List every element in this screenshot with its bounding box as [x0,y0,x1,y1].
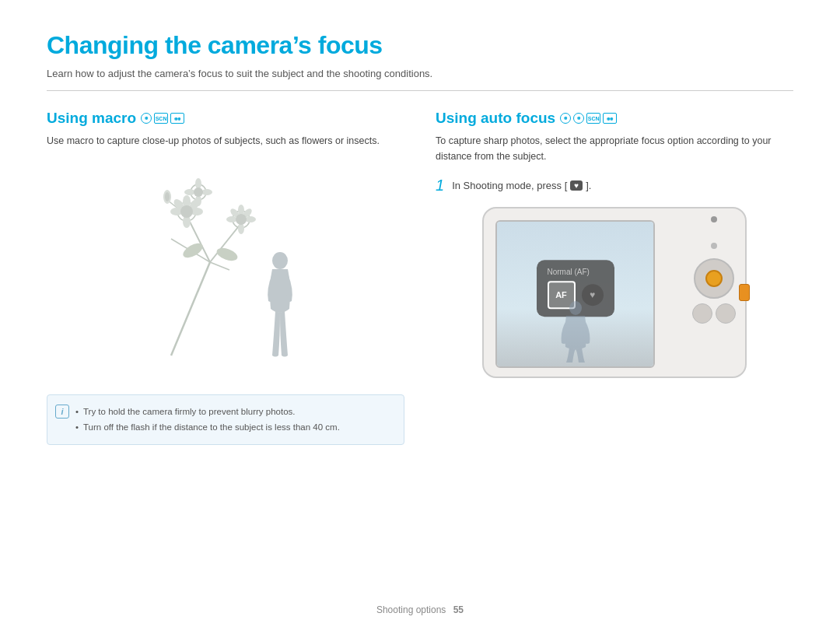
page-footer: Shooting options 55 [0,604,840,615]
footer-label: Shooting options [376,604,446,615]
auto-focus-title: Using auto focus ⎈ ⎈ SCN ⎈⎈ [436,110,793,127]
auto-focus-section: Using auto focus ⎈ ⎈ SCN ⎈⎈ To capture s… [436,110,793,445]
screen-person-silhouette [552,300,599,363]
svg-point-22 [236,214,247,225]
svg-point-34 [569,301,582,315]
screen-content: Normal (AF) AF ♥ [497,222,653,366]
svg-point-14 [180,205,193,218]
svg-point-30 [194,187,203,197]
step1-number: 1 [436,177,444,194]
down-arrow-icon: ♥ [590,289,595,300]
dpad-center [705,270,723,287]
svg-point-17 [238,223,244,234]
step1-close-bracket: ]. [586,180,591,191]
af-popup-label: Normal (AF) [548,268,590,276]
indicator-dot-2 [711,243,717,249]
svg-point-27 [195,195,201,206]
footer-page: 55 [453,604,464,615]
step1: 1 In Shooting mode, press [ ♥ ]. [436,177,793,194]
orange-button[interactable] [739,284,750,301]
af-icon-3: SCN [586,113,600,124]
macro-mode-icons: ⎈ SCN ⎈⎈ [141,113,184,124]
svg-point-32 [215,246,239,264]
svg-point-24 [165,192,170,201]
af-icon-1: ⎈ [560,113,571,124]
note-box: i Try to hold the camera firmly to preve… [47,394,404,445]
page-subtitle: Learn how to adjust the camera’s focus t… [47,68,793,91]
svg-point-28 [184,189,195,195]
camera-right-controls [692,216,736,324]
macro-title: Using macro ⎈ SCN ⎈⎈ [47,110,404,127]
note-list: Try to hold the camera firmly to prevent… [75,405,393,435]
page-container: Changing the camera’s focus Learn how to… [0,0,840,634]
person-silhouette [268,252,292,357]
page-title: Changing the camera’s focus [47,31,793,60]
macro-icon-1: ⎈ [141,113,152,124]
flower-svg [109,169,342,371]
svg-point-33 [272,252,288,269]
step1-text: In Shooting mode, press [ [452,180,567,191]
camera-illustration-wrapper: Normal (AF) AF ♥ [436,207,793,378]
macro-section: Using macro ⎈ SCN ⎈⎈ Use macro to captur… [47,110,404,445]
svg-point-26 [195,178,201,189]
af-icon-2: ⎈ [573,113,584,124]
content-columns: Using macro ⎈ SCN ⎈⎈ Use macro to captur… [47,110,793,445]
camera-dpad[interactable] [694,258,734,299]
macro-illustration [47,161,404,379]
note-icon: i [55,405,69,419]
svg-line-4 [210,262,229,270]
macro-icon-2: SCN [154,113,168,124]
note-item-1: Try to hold the camera firmly to prevent… [75,405,393,420]
camera-back: Normal (AF) AF ♥ [482,207,747,378]
svg-point-29 [201,189,212,195]
af-description: To capture sharp photos, select the appr… [436,133,793,164]
macro-button-icon: ♥ [570,180,583,191]
small-btn-1[interactable] [692,303,712,324]
svg-line-0 [171,262,210,356]
camera-screen: Normal (AF) AF ♥ [495,220,655,368]
note-item-2: Turn off the flash if the distance to th… [75,420,393,436]
af-mode-icons: ⎈ ⎈ SCN ⎈⎈ [560,113,617,124]
small-btn-2[interactable] [716,303,736,324]
macro-description: Use macro to capture close-up photos of … [47,133,404,149]
indicator-dot-1 [711,216,717,222]
macro-icon-3: ⎈⎈ [170,113,184,124]
small-btn-row [692,303,736,324]
af-text: AF [555,290,567,299]
af-icon-4: ⎈⎈ [603,113,617,124]
